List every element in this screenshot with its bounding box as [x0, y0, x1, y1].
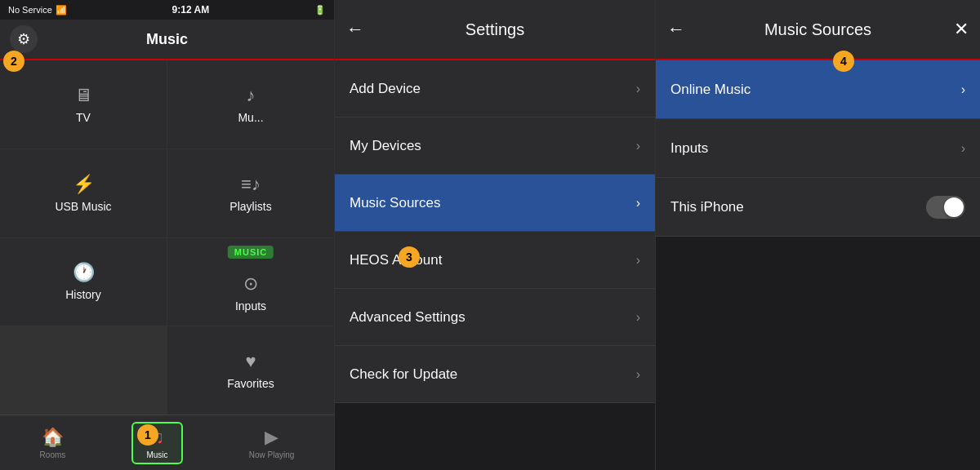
sources-close-button[interactable]: ✕	[954, 19, 969, 40]
settings-item-add-device[interactable]: Add Device ›	[335, 60, 655, 118]
music-sources-label: Music Sources	[350, 195, 440, 211]
settings-item-music-sources[interactable]: Music Sources ›	[335, 175, 655, 232]
settings-item-heos-account[interactable]: HEOS Account ›	[335, 232, 655, 289]
sources-header: ← Music Sources ✕	[656, 0, 980, 60]
inputs-icon: ⊙	[243, 273, 258, 295]
battery-icon: 🔋	[314, 5, 326, 16]
my-devices-label: My Devices	[350, 138, 421, 154]
advanced-settings-label: Advanced Settings	[350, 309, 466, 326]
music-badge: MUSIC	[228, 246, 274, 259]
online-music-label: Online Music	[670, 82, 751, 98]
nav-now-playing[interactable]: ▶ Now Playing	[236, 423, 308, 463]
bottom-nav: 🏠 Rooms ♫ Music ▶ Now Playing	[0, 415, 334, 470]
now-playing-icon: ▶	[265, 427, 278, 448]
settings-item-check-update[interactable]: Check for Update ›	[335, 346, 655, 403]
music-header: Music	[0, 20, 334, 60]
check-update-label: Check for Update	[350, 366, 457, 383]
grid-item-usb[interactable]: ⚡ USB Music	[0, 149, 167, 237]
music-nav-label: Music	[146, 450, 167, 459]
settings-header: ← Settings	[335, 0, 655, 60]
sources-back-button[interactable]: ←	[667, 19, 685, 40]
rooms-icon: 🏠	[42, 427, 64, 448]
grid-item-favorites[interactable]: ♥ Favorites	[167, 326, 334, 415]
step-badge-3: 3	[399, 246, 420, 268]
now-playing-label: Now Playing	[249, 450, 295, 459]
panel-settings: ← Settings Add Device › My Devices › Mus…	[335, 0, 656, 470]
check-update-chevron: ›	[636, 367, 640, 382]
playlists-icon: ≡♪	[241, 174, 261, 195]
step-badge-2: 2	[3, 51, 24, 72]
sources-back-icon: ←	[667, 19, 685, 39]
settings-title: Settings	[466, 20, 524, 39]
panel-music: No Service 📶 9:12 AM 🔋 Music 🖥 TV	[0, 0, 335, 470]
playlists-label: Playlists	[229, 200, 271, 213]
music-panel-title: Music	[146, 31, 188, 48]
heos-account-label: HEOS Account	[350, 252, 442, 268]
gear-icon	[17, 30, 30, 48]
nav-rooms[interactable]: 🏠 Rooms	[27, 423, 79, 463]
sources-list: Online Music › Inputs › This iPhone	[656, 60, 980, 470]
usb-label: USB Music	[55, 200, 111, 213]
grid-item-inputs[interactable]: MUSIC ⊙ Inputs	[167, 238, 334, 326]
status-bar: No Service 📶 9:12 AM 🔋	[0, 0, 334, 20]
music-icon: ♪	[247, 85, 256, 106]
history-label: History	[65, 288, 101, 301]
source-item-this-iphone[interactable]: This iPhone	[656, 178, 980, 237]
online-music-chevron: ›	[961, 82, 965, 97]
add-device-label: Add Device	[350, 81, 421, 97]
panel-sources: ← Music Sources ✕ Online Music › Inputs …	[656, 0, 980, 470]
back-arrow-icon: ←	[346, 19, 364, 39]
status-left: No Service 📶	[8, 5, 67, 16]
source-item-online-music[interactable]: Online Music ›	[656, 60, 980, 119]
tv-icon: 🖥	[74, 85, 92, 106]
add-device-chevron: ›	[636, 82, 640, 96]
this-iphone-toggle[interactable]	[926, 196, 965, 219]
favorites-icon: ♥	[245, 351, 256, 372]
carrier-text: No Service	[8, 5, 52, 15]
history-icon: 🕐	[73, 262, 95, 283]
music-label: Mu...	[238, 111, 263, 124]
inputs-source-label: Inputs	[670, 140, 708, 157]
usb-icon: ⚡	[73, 174, 95, 195]
status-right: 🔋	[314, 5, 326, 16]
my-devices-chevron: ›	[636, 139, 640, 153]
grid-item-tv[interactable]: 🖥 TV	[0, 60, 167, 149]
heos-account-chevron: ›	[636, 253, 640, 268]
settings-gear-button[interactable]	[10, 25, 38, 53]
app-container: 2 1 3 4 No Service 📶 9:12 AM 🔋 Music	[0, 0, 980, 470]
this-iphone-label: This iPhone	[670, 199, 744, 215]
grid-item-music[interactable]: ♪ Mu...	[167, 60, 334, 149]
settings-back-button[interactable]: ←	[346, 19, 364, 40]
tv-label: TV	[76, 111, 91, 124]
status-time: 9:12 AM	[172, 4, 210, 16]
toggle-knob	[944, 197, 964, 217]
settings-item-my-devices[interactable]: My Devices ›	[335, 118, 655, 175]
music-grid: 🖥 TV ♪ Mu... ⚡ USB Music ≡♪ Playlists 🕐 …	[0, 60, 334, 415]
advanced-settings-chevron: ›	[636, 310, 640, 325]
grid-item-playlists[interactable]: ≡♪ Playlists	[167, 149, 334, 237]
wifi-icon: 📶	[56, 5, 67, 16]
rooms-label: Rooms	[40, 450, 66, 459]
settings-list: Add Device › My Devices › Music Sources …	[335, 60, 655, 470]
music-sources-chevron: ›	[636, 196, 640, 211]
inputs-source-chevron: ›	[961, 141, 965, 156]
inputs-label: Inputs	[235, 299, 266, 313]
source-item-inputs[interactable]: Inputs ›	[656, 119, 980, 178]
sources-title: Music Sources	[764, 20, 871, 39]
grid-item-history[interactable]: 🕐 History	[0, 238, 167, 326]
settings-item-advanced-settings[interactable]: Advanced Settings ›	[335, 289, 655, 346]
step-badge-4: 4	[833, 51, 854, 72]
step-badge-1: 1	[137, 424, 158, 446]
favorites-label: Favorites	[227, 377, 274, 390]
close-icon: ✕	[954, 19, 969, 39]
